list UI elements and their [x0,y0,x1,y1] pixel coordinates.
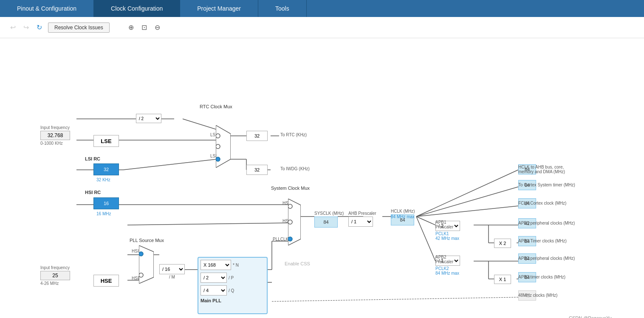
pll-p-group: / 2/ 4 / P [201,273,265,283]
apb1-label: APB1 Prescaler [435,220,460,229]
pll-m-group: / 16/ 8 / M [159,264,185,279]
output-apb1-timer: 84 APB1 Timer clocks (MHz) [518,239,567,243]
hse-div2-group: / 2 / 3 [136,114,161,123]
fit-button[interactable]: ⊡ [140,22,149,33]
lse-block: LSE [93,135,119,147]
top-navigation: Pinout & Configuration Clock Configurati… [0,0,644,17]
apb2-label: APB2 Prescaler [435,255,460,264]
zoom-in-button[interactable]: ⊕ [127,22,136,33]
output-fclk: 84 FCLK Cortex clock (MHz) [518,201,566,205]
svg-point-55 [139,273,143,277]
pll-n-label: * N [233,263,239,267]
ahb-label: AHB Prescaler [348,211,376,216]
hclk-label: HCLK (MHz) [391,209,415,214]
out-fclk-label: FCLK Cortex clock (MHz) [518,201,566,205]
ahb-div-select[interactable]: / 1/ 2 [348,217,373,227]
out-apb1-periph-label: APB1 peripheral clocks (MHz) [518,221,575,225]
output-hclk-ahb: 84 HCLK to AHB bus, core,memory and DMA … [518,165,603,174]
hclk-group: HCLK (MHz) 84 84 MHz max [391,209,415,219]
apb1-x2-box: X 2 [494,239,511,248]
main-pll-label: Main PLL [201,298,265,303]
svg-point-52 [288,237,292,241]
pclk1-max: 42 MHz max [435,236,460,241]
main-pll-box: X 168X 192 * N / 2/ 4 / P / 4/ 8 / Q Mai… [198,257,268,314]
apb2-x1-box: X 1 [494,275,511,284]
svg-line-21 [416,206,518,217]
hclk-max: 84 MHz max [391,214,415,219]
hse-div2-select[interactable]: / 2 / 3 [136,114,161,123]
zoom-out-button[interactable]: ⊖ [153,22,162,33]
pll-n-select[interactable]: X 168X 192 [201,260,231,270]
svg-line-20 [416,187,518,217]
apb1-prescaler-group: APB1 Prescaler / 2/ 4 PCLK1 42 MHz max [435,220,460,241]
pll-m-select[interactable]: / 16/ 8 [159,264,185,274]
redo-button[interactable]: ↪ [22,22,31,33]
output-apb1-periph: 42 APB1 peripheral clocks (MHz) [518,221,575,225]
pll-n-group: X 168X 192 * N [201,260,265,270]
out-48mhz-label: 48MHz clocks (MHz) [518,293,557,298]
sysclk-label: SYSCLK (MHz) [314,211,344,216]
svg-point-54 [139,252,143,256]
watermark: CSDN @PegasusYu [569,315,612,318]
pclk2-label: PCLK2 [435,266,460,271]
svg-line-27 [416,217,435,261]
lsi-line-label: LSI [210,154,217,158]
rtc-output-box: 32 [246,131,268,141]
pll-p-label: / P [229,276,234,280]
svg-line-14 [127,223,289,225]
out-apb2-timer-label: APB2 timer clocks (MHz) [518,275,565,279]
output-cortex-timer: 84 To Cortex System timer (MHz) [518,183,575,187]
hse-freq-range: 4-26 MHz [40,281,70,286]
svg-line-3 [123,159,217,170]
undo-button[interactable]: ↩ [8,22,17,33]
nav-tools[interactable]: Tools [258,0,307,17]
system-clock-mux-label: System Clock Mux [271,186,310,191]
sysclk-value: 84 [314,217,338,228]
rtc-output-label: To RTC (KHz) [280,132,307,137]
lse-freq-label: Input frequency [40,125,70,130]
system-clock-mux-shape [288,199,301,245]
iwdg-output-label: To IWDG (KHz) [280,166,310,171]
refresh-button[interactable]: ↻ [35,22,44,33]
output-48mhz: 42 48MHz clocks (MHz) [518,293,557,298]
svg-line-19 [416,170,518,217]
output-apb2-timer: 84 APB2 timer clocks (MHz) [518,275,565,279]
out-cortex-label: To Cortex System timer (MHz) [518,183,575,187]
main-area: Input frequency 32.768 0-1000 KHz LSE HS… [0,38,644,318]
nav-clock[interactable]: Clock Configuration [94,0,180,17]
ahb-prescaler-group: AHB Prescaler / 1/ 2 [348,211,376,227]
pll-source-mux-shape [139,245,154,284]
svg-point-47 [216,144,220,149]
hsi-unit: 16 MHz [96,211,111,216]
lse-freq-range: 0-1000 KHz [40,141,70,146]
svg-marker-53 [139,245,154,284]
svg-line-32 [272,297,518,301]
hse-input-group: Input frequency 25 4-26 MHz [40,265,70,286]
resolve-clock-button[interactable]: Resolve Clock Issues [48,23,110,33]
pll-m-label: / M [159,275,185,279]
lsi-unit: 32 KHz [96,177,110,182]
lsi-block-label: LSI RC [85,156,100,161]
svg-line-6 [183,119,217,129]
pll-q-group: / 4/ 8 / Q [201,285,265,295]
pll-p-select[interactable]: / 2/ 4 [201,273,227,283]
iwdg-output-box: 32 [246,165,268,175]
hsi-block: 16 [93,197,119,209]
pclk2-max: 84 MHz max [435,271,460,276]
enable-css-label: Enable CSS [285,261,310,266]
pllclk-label: PLLCLK [273,237,288,242]
hse-block: HSE [93,275,119,287]
hsi-pll-label: HSI [132,249,139,253]
hse-freq-value[interactable]: 25 [40,271,70,280]
sysclk-group: SYSCLK (MHz) 84 [314,211,344,217]
out-apb1-timer-label: APB1 Timer clocks (MHz) [518,239,567,243]
nav-pinout[interactable]: Pinout & Configuration [0,0,94,17]
lse-freq-value[interactable]: 32.768 [40,131,70,140]
lsi-block: 32 [93,163,119,175]
nav-project[interactable]: Project Manager [180,0,258,17]
pll-q-select[interactable]: / 4/ 8 [201,285,227,295]
svg-point-50 [288,204,292,208]
pclk1-label: PCLK1 [435,231,460,236]
pll-q-label: / Q [229,288,234,293]
hsi-block-label: HSI RC [85,190,101,195]
